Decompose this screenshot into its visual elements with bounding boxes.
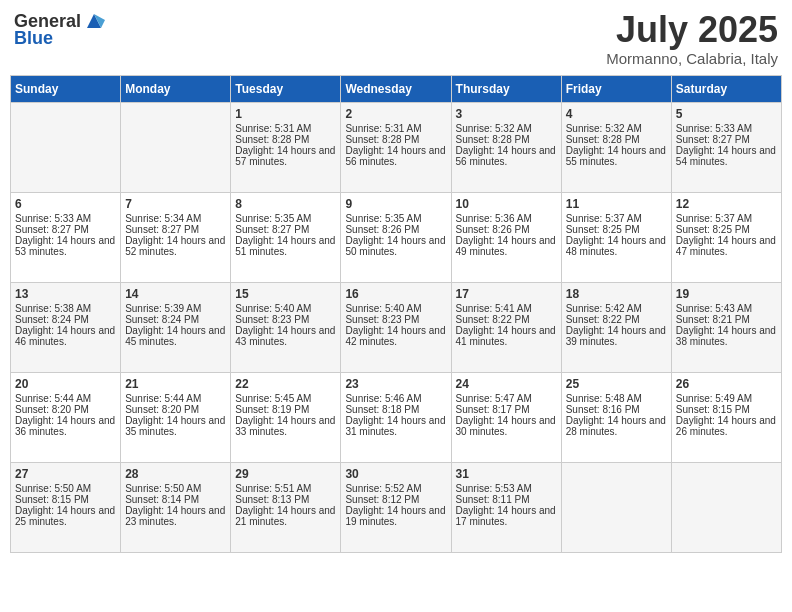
sunset-text: Sunset: 8:28 PM bbox=[345, 134, 446, 145]
logo-icon bbox=[83, 10, 105, 32]
day-number: 15 bbox=[235, 287, 336, 301]
week-row-2: 6Sunrise: 5:33 AMSunset: 8:27 PMDaylight… bbox=[11, 192, 782, 282]
daylight-text: Daylight: 14 hours and 55 minutes. bbox=[566, 145, 667, 167]
week-row-1: 1Sunrise: 5:31 AMSunset: 8:28 PMDaylight… bbox=[11, 102, 782, 192]
sunrise-text: Sunrise: 5:37 AM bbox=[676, 213, 777, 224]
daylight-text: Daylight: 14 hours and 38 minutes. bbox=[676, 325, 777, 347]
daylight-text: Daylight: 14 hours and 45 minutes. bbox=[125, 325, 226, 347]
daylight-text: Daylight: 14 hours and 43 minutes. bbox=[235, 325, 336, 347]
calendar-cell: 18Sunrise: 5:42 AMSunset: 8:22 PMDayligh… bbox=[561, 282, 671, 372]
sunset-text: Sunset: 8:15 PM bbox=[676, 404, 777, 415]
location-subtitle: Mormanno, Calabria, Italy bbox=[606, 50, 778, 67]
day-number: 31 bbox=[456, 467, 557, 481]
sunset-text: Sunset: 8:25 PM bbox=[566, 224, 667, 235]
sunset-text: Sunset: 8:23 PM bbox=[345, 314, 446, 325]
sunrise-text: Sunrise: 5:44 AM bbox=[125, 393, 226, 404]
sunset-text: Sunset: 8:24 PM bbox=[125, 314, 226, 325]
day-number: 4 bbox=[566, 107, 667, 121]
sunset-text: Sunset: 8:18 PM bbox=[345, 404, 446, 415]
sunrise-text: Sunrise: 5:37 AM bbox=[566, 213, 667, 224]
sunset-text: Sunset: 8:19 PM bbox=[235, 404, 336, 415]
sunset-text: Sunset: 8:28 PM bbox=[566, 134, 667, 145]
week-row-5: 27Sunrise: 5:50 AMSunset: 8:15 PMDayligh… bbox=[11, 462, 782, 552]
calendar-cell: 8Sunrise: 5:35 AMSunset: 8:27 PMDaylight… bbox=[231, 192, 341, 282]
weekday-header-sunday: Sunday bbox=[11, 75, 121, 102]
sunset-text: Sunset: 8:25 PM bbox=[676, 224, 777, 235]
calendar-cell: 10Sunrise: 5:36 AMSunset: 8:26 PMDayligh… bbox=[451, 192, 561, 282]
daylight-text: Daylight: 14 hours and 54 minutes. bbox=[676, 145, 777, 167]
daylight-text: Daylight: 14 hours and 28 minutes. bbox=[566, 415, 667, 437]
daylight-text: Daylight: 14 hours and 49 minutes. bbox=[456, 235, 557, 257]
calendar-cell: 15Sunrise: 5:40 AMSunset: 8:23 PMDayligh… bbox=[231, 282, 341, 372]
day-number: 22 bbox=[235, 377, 336, 391]
daylight-text: Daylight: 14 hours and 57 minutes. bbox=[235, 145, 336, 167]
day-number: 8 bbox=[235, 197, 336, 211]
sunrise-text: Sunrise: 5:36 AM bbox=[456, 213, 557, 224]
calendar-cell: 27Sunrise: 5:50 AMSunset: 8:15 PMDayligh… bbox=[11, 462, 121, 552]
sunset-text: Sunset: 8:26 PM bbox=[345, 224, 446, 235]
calendar-cell: 6Sunrise: 5:33 AMSunset: 8:27 PMDaylight… bbox=[11, 192, 121, 282]
daylight-text: Daylight: 14 hours and 33 minutes. bbox=[235, 415, 336, 437]
calendar-cell: 26Sunrise: 5:49 AMSunset: 8:15 PMDayligh… bbox=[671, 372, 781, 462]
daylight-text: Daylight: 14 hours and 56 minutes. bbox=[456, 145, 557, 167]
sunrise-text: Sunrise: 5:41 AM bbox=[456, 303, 557, 314]
daylight-text: Daylight: 14 hours and 39 minutes. bbox=[566, 325, 667, 347]
day-number: 28 bbox=[125, 467, 226, 481]
weekday-header-saturday: Saturday bbox=[671, 75, 781, 102]
sunset-text: Sunset: 8:28 PM bbox=[235, 134, 336, 145]
daylight-text: Daylight: 14 hours and 25 minutes. bbox=[15, 505, 116, 527]
sunrise-text: Sunrise: 5:50 AM bbox=[125, 483, 226, 494]
sunset-text: Sunset: 8:27 PM bbox=[125, 224, 226, 235]
sunrise-text: Sunrise: 5:46 AM bbox=[345, 393, 446, 404]
sunrise-text: Sunrise: 5:40 AM bbox=[235, 303, 336, 314]
sunrise-text: Sunrise: 5:38 AM bbox=[15, 303, 116, 314]
calendar-cell: 30Sunrise: 5:52 AMSunset: 8:12 PMDayligh… bbox=[341, 462, 451, 552]
sunset-text: Sunset: 8:16 PM bbox=[566, 404, 667, 415]
day-number: 1 bbox=[235, 107, 336, 121]
daylight-text: Daylight: 14 hours and 51 minutes. bbox=[235, 235, 336, 257]
sunrise-text: Sunrise: 5:39 AM bbox=[125, 303, 226, 314]
calendar-cell: 24Sunrise: 5:47 AMSunset: 8:17 PMDayligh… bbox=[451, 372, 561, 462]
weekday-header-thursday: Thursday bbox=[451, 75, 561, 102]
calendar-cell: 9Sunrise: 5:35 AMSunset: 8:26 PMDaylight… bbox=[341, 192, 451, 282]
sunrise-text: Sunrise: 5:47 AM bbox=[456, 393, 557, 404]
sunrise-text: Sunrise: 5:44 AM bbox=[15, 393, 116, 404]
calendar-cell: 20Sunrise: 5:44 AMSunset: 8:20 PMDayligh… bbox=[11, 372, 121, 462]
sunset-text: Sunset: 8:23 PM bbox=[235, 314, 336, 325]
daylight-text: Daylight: 14 hours and 56 minutes. bbox=[345, 145, 446, 167]
daylight-text: Daylight: 14 hours and 35 minutes. bbox=[125, 415, 226, 437]
sunrise-text: Sunrise: 5:52 AM bbox=[345, 483, 446, 494]
daylight-text: Daylight: 14 hours and 26 minutes. bbox=[676, 415, 777, 437]
day-number: 14 bbox=[125, 287, 226, 301]
weekday-header-wednesday: Wednesday bbox=[341, 75, 451, 102]
sunset-text: Sunset: 8:28 PM bbox=[456, 134, 557, 145]
sunset-text: Sunset: 8:27 PM bbox=[676, 134, 777, 145]
daylight-text: Daylight: 14 hours and 30 minutes. bbox=[456, 415, 557, 437]
sunrise-text: Sunrise: 5:43 AM bbox=[676, 303, 777, 314]
daylight-text: Daylight: 14 hours and 50 minutes. bbox=[345, 235, 446, 257]
calendar-table: SundayMondayTuesdayWednesdayThursdayFrid… bbox=[10, 75, 782, 553]
weekday-header-monday: Monday bbox=[121, 75, 231, 102]
day-number: 29 bbox=[235, 467, 336, 481]
day-number: 24 bbox=[456, 377, 557, 391]
sunrise-text: Sunrise: 5:32 AM bbox=[456, 123, 557, 134]
day-number: 5 bbox=[676, 107, 777, 121]
day-number: 6 bbox=[15, 197, 116, 211]
daylight-text: Daylight: 14 hours and 31 minutes. bbox=[345, 415, 446, 437]
calendar-cell: 7Sunrise: 5:34 AMSunset: 8:27 PMDaylight… bbox=[121, 192, 231, 282]
title-block: July 2025 Mormanno, Calabria, Italy bbox=[606, 10, 778, 67]
day-number: 2 bbox=[345, 107, 446, 121]
sunset-text: Sunset: 8:15 PM bbox=[15, 494, 116, 505]
daylight-text: Daylight: 14 hours and 41 minutes. bbox=[456, 325, 557, 347]
month-title: July 2025 bbox=[606, 10, 778, 50]
sunrise-text: Sunrise: 5:42 AM bbox=[566, 303, 667, 314]
sunrise-text: Sunrise: 5:45 AM bbox=[235, 393, 336, 404]
sunset-text: Sunset: 8:27 PM bbox=[15, 224, 116, 235]
week-row-4: 20Sunrise: 5:44 AMSunset: 8:20 PMDayligh… bbox=[11, 372, 782, 462]
sunset-text: Sunset: 8:26 PM bbox=[456, 224, 557, 235]
calendar-cell: 25Sunrise: 5:48 AMSunset: 8:16 PMDayligh… bbox=[561, 372, 671, 462]
sunrise-text: Sunrise: 5:50 AM bbox=[15, 483, 116, 494]
sunrise-text: Sunrise: 5:51 AM bbox=[235, 483, 336, 494]
day-number: 25 bbox=[566, 377, 667, 391]
logo-blue-text: Blue bbox=[14, 28, 53, 49]
